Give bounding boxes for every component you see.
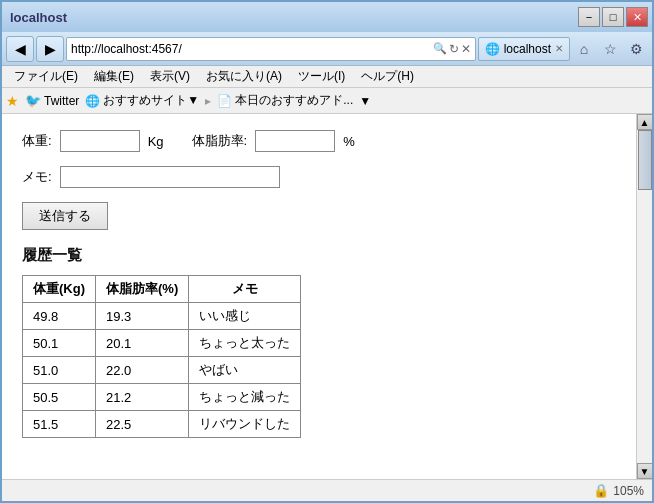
close-button[interactable]: ✕ bbox=[626, 7, 648, 27]
fat-label: 体脂肪率: bbox=[192, 132, 248, 150]
cell-memo: ちょっと太った bbox=[189, 330, 301, 357]
maximize-button[interactable]: □ bbox=[602, 7, 624, 27]
cell-weight: 50.5 bbox=[23, 384, 96, 411]
table-row: 50.120.1ちょっと太った bbox=[23, 330, 301, 357]
section-title: 履歴一覧 bbox=[22, 246, 616, 265]
tab-close-button[interactable]: ✕ bbox=[555, 43, 563, 54]
content-wrapper: 体重: Kg 体脂肪率: % メモ: 送信する 履歴一覧 体重(Kg) bbox=[2, 114, 652, 479]
nav-right-buttons: ⌂ ☆ ⚙ bbox=[572, 37, 648, 61]
cell-weight: 51.5 bbox=[23, 411, 96, 438]
memo-input[interactable] bbox=[60, 166, 280, 188]
menu-bar: ファイル(E) 編集(E) 表示(V) お気に入り(A) ツール(I) ヘルプ(… bbox=[2, 66, 652, 88]
zoom-label: 105% bbox=[613, 484, 644, 498]
cell-fat: 21.2 bbox=[96, 384, 189, 411]
window-title: localhost bbox=[10, 10, 67, 25]
today-label: 本日のおすすめアド... bbox=[235, 92, 353, 109]
bookmark-twitter[interactable]: 🐦 Twitter bbox=[25, 93, 79, 108]
address-icons: 🔍 ↻ ✕ bbox=[433, 42, 471, 56]
settings-button[interactable]: ⚙ bbox=[624, 37, 648, 61]
twitter-label: Twitter bbox=[44, 94, 79, 108]
separator: ▸ bbox=[205, 94, 211, 108]
title-bar: localhost − □ ✕ bbox=[2, 2, 652, 32]
cell-fat: 22.5 bbox=[96, 411, 189, 438]
bookmark-today[interactable]: 📄 本日のおすすめアド... bbox=[217, 92, 353, 109]
stop-icon: ✕ bbox=[461, 42, 471, 56]
weight-label: 体重: bbox=[22, 132, 52, 150]
cell-memo: いい感じ bbox=[189, 303, 301, 330]
menu-edit[interactable]: 編集(E) bbox=[86, 66, 142, 87]
history-table: 体重(Kg) 体脂肪率(%) メモ 49.819.3いい感じ50.120.1ちょ… bbox=[22, 275, 301, 438]
menu-view[interactable]: 表示(V) bbox=[142, 66, 198, 87]
scroll-down-button[interactable]: ▼ bbox=[637, 463, 653, 479]
title-bar-buttons: − □ ✕ bbox=[578, 7, 648, 27]
memo-row: メモ: bbox=[22, 166, 616, 188]
favorites-star-button[interactable]: ☆ bbox=[598, 37, 622, 61]
refresh-icon: ↻ bbox=[449, 42, 459, 56]
cell-memo: ちょっと減った bbox=[189, 384, 301, 411]
submit-row: 送信する bbox=[22, 202, 616, 230]
browser-window: localhost − □ ✕ ◀ ▶ http://localhost:456… bbox=[0, 0, 654, 503]
weight-input[interactable] bbox=[60, 130, 140, 152]
weight-row: 体重: Kg 体脂肪率: % bbox=[22, 130, 616, 152]
cell-fat: 22.0 bbox=[96, 357, 189, 384]
col-header-memo: メモ bbox=[189, 276, 301, 303]
fat-input[interactable] bbox=[255, 130, 335, 152]
back-button[interactable]: ◀ bbox=[6, 36, 34, 62]
home-button[interactable]: ⌂ bbox=[572, 37, 596, 61]
weight-unit: Kg bbox=[148, 134, 164, 149]
today-icon: 📄 bbox=[217, 94, 232, 108]
table-row: 49.819.3いい感じ bbox=[23, 303, 301, 330]
back-icon: ◀ bbox=[15, 41, 26, 57]
bookmark-star-icon: ★ bbox=[6, 93, 19, 109]
minimize-button[interactable]: − bbox=[578, 7, 600, 27]
tab[interactable]: 🌐 localhost ✕ bbox=[478, 37, 570, 61]
bookmark-recommended[interactable]: 🌐 おすすめサイト▼ bbox=[85, 92, 199, 109]
status-bar: 🔒 105% bbox=[2, 479, 652, 501]
cell-weight: 51.0 bbox=[23, 357, 96, 384]
cell-weight: 49.8 bbox=[23, 303, 96, 330]
menu-help[interactable]: ヘルプ(H) bbox=[353, 66, 422, 87]
cell-memo: やばい bbox=[189, 357, 301, 384]
bookmarks-bar: ★ 🐦 Twitter 🌐 おすすめサイト▼ ▸ 📄 本日のおすすめアド... … bbox=[2, 88, 652, 114]
address-bar[interactable]: http://localhost:4567/ 🔍 ↻ ✕ bbox=[66, 37, 476, 61]
col-header-fat: 体脂肪率(%) bbox=[96, 276, 189, 303]
scrollbar: ▲ ▼ bbox=[636, 114, 652, 479]
cell-weight: 50.1 bbox=[23, 330, 96, 357]
menu-favorites[interactable]: お気に入り(A) bbox=[198, 66, 290, 87]
scroll-track bbox=[637, 130, 652, 463]
forward-button[interactable]: ▶ bbox=[36, 36, 64, 62]
fat-unit: % bbox=[343, 134, 355, 149]
submit-button[interactable]: 送信する bbox=[22, 202, 108, 230]
forward-icon: ▶ bbox=[45, 41, 56, 57]
dropdown-icon[interactable]: ▼ bbox=[359, 94, 371, 108]
table-row: 50.521.2ちょっと減った bbox=[23, 384, 301, 411]
scroll-thumb[interactable] bbox=[638, 130, 652, 190]
address-text: http://localhost:4567/ bbox=[71, 42, 431, 56]
scroll-up-button[interactable]: ▲ bbox=[637, 114, 653, 130]
cell-memo: リバウンドした bbox=[189, 411, 301, 438]
menu-tools[interactable]: ツール(I) bbox=[290, 66, 353, 87]
table-row: 51.022.0やばい bbox=[23, 357, 301, 384]
col-header-weight: 体重(Kg) bbox=[23, 276, 96, 303]
security-icon: 🔒 bbox=[593, 483, 609, 498]
nav-bar: ◀ ▶ http://localhost:4567/ 🔍 ↻ ✕ 🌐 local… bbox=[2, 32, 652, 66]
search-icon: 🔍 bbox=[433, 42, 447, 55]
tab-label: localhost bbox=[504, 42, 551, 56]
menu-file[interactable]: ファイル(E) bbox=[6, 66, 86, 87]
twitter-icon: 🐦 bbox=[25, 93, 41, 108]
table-row: 51.522.5リバウンドした bbox=[23, 411, 301, 438]
cell-fat: 20.1 bbox=[96, 330, 189, 357]
recommended-label: おすすめサイト▼ bbox=[103, 92, 199, 109]
memo-label: メモ: bbox=[22, 168, 52, 186]
recommended-icon: 🌐 bbox=[85, 94, 100, 108]
main-content: 体重: Kg 体脂肪率: % メモ: 送信する 履歴一覧 体重(Kg) bbox=[2, 114, 636, 479]
tab-favicon: 🌐 bbox=[485, 42, 500, 56]
cell-fat: 19.3 bbox=[96, 303, 189, 330]
